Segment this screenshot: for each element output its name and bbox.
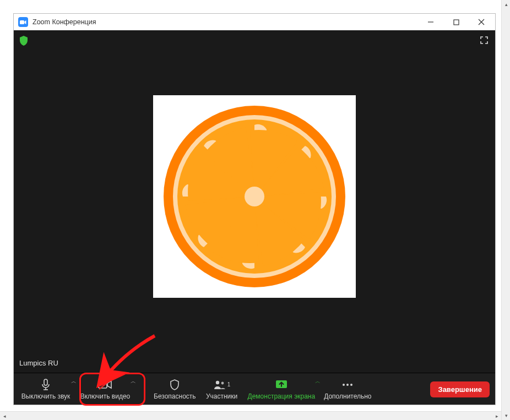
svg-rect-0	[20, 20, 24, 24]
vertical-scrollbar[interactable]: ▴ ▾	[501, 0, 510, 420]
meeting-area: Lumpics RU Выключить звук ︿	[14, 30, 495, 405]
security-label: Безопасность	[154, 392, 196, 400]
share-label: Демонстрация экрана	[248, 392, 316, 400]
zoom-window: Zoom Конференция	[13, 13, 496, 405]
svg-rect-9	[44, 379, 47, 385]
microphone-icon	[41, 379, 51, 391]
share-screen-button[interactable]: Демонстрация экрана ︿	[243, 374, 320, 405]
scroll-left-arrow[interactable]: ◂	[0, 412, 9, 420]
window-title: Zoom Конференция	[32, 18, 96, 26]
video-label: Включить видео	[80, 392, 131, 400]
mute-label: Выключить звук	[21, 392, 70, 400]
close-button[interactable]	[469, 14, 494, 30]
participant-avatar	[153, 95, 356, 298]
shield-icon	[170, 379, 180, 391]
zoom-app-icon	[18, 17, 28, 27]
end-label: Завершение	[438, 385, 482, 394]
meeting-toolbar: Выключить звук ︿ Включить видео ︿	[14, 373, 495, 405]
share-screen-icon	[275, 379, 288, 391]
end-meeting-button[interactable]: Завершение	[430, 381, 490, 397]
scroll-up-arrow[interactable]: ▴	[502, 0, 510, 9]
svg-point-8	[245, 187, 264, 206]
scroll-right-arrow[interactable]: ▸	[492, 412, 501, 420]
more-label: Дополнительно	[324, 392, 371, 400]
participants-count: 1	[227, 381, 231, 388]
svg-point-15	[221, 382, 224, 385]
encryption-shield-icon[interactable]	[19, 36, 28, 48]
minimize-button[interactable]	[418, 14, 443, 30]
svg-point-14	[216, 381, 219, 384]
participants-button[interactable]: 1 Участники	[200, 374, 243, 405]
svg-rect-2	[454, 20, 459, 25]
mute-button[interactable]: Выключить звук ︿	[16, 374, 75, 405]
svg-point-19	[350, 384, 352, 386]
svg-point-18	[346, 384, 349, 386]
participant-name-label: Lumpics RU	[19, 359, 58, 367]
svg-point-17	[343, 384, 345, 386]
titlebar: Zoom Конференция	[14, 14, 495, 30]
horizontal-scrollbar[interactable]: ◂ ▸	[0, 411, 501, 420]
maximize-button[interactable]	[443, 14, 469, 30]
video-options-caret[interactable]: ︿	[131, 378, 136, 385]
orange-slice-icon	[161, 103, 348, 290]
participants-icon: 1	[213, 379, 231, 391]
video-button[interactable]: Включить видео ︿	[75, 374, 135, 405]
fullscreen-icon[interactable]	[480, 36, 489, 47]
camera-off-icon	[98, 379, 112, 391]
more-icon	[341, 379, 354, 391]
window-controls	[418, 14, 494, 30]
scroll-down-arrow[interactable]: ▾	[502, 411, 510, 420]
participants-label: Участники	[206, 392, 237, 400]
more-button[interactable]: Дополнительно	[319, 374, 376, 405]
security-button[interactable]: Безопасность	[149, 374, 200, 405]
